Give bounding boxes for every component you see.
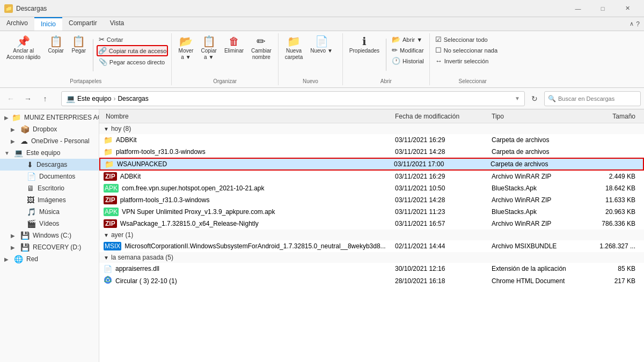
mover-button[interactable]: 📂 Movera ▼ (175, 34, 196, 62)
historial-button[interactable]: 🕐 Historial (390, 56, 426, 66)
invertir-seleccion-button[interactable]: ↔ Invertir selección (433, 56, 500, 66)
refresh-button[interactable]: ↻ (527, 91, 542, 106)
properties-icon: ℹ (362, 36, 367, 47)
table-row[interactable]: 📁 WSAUNPACKED 03/11/2021 17:00 Carpeta d… (99, 158, 644, 171)
pin-icon: 📌 (17, 36, 30, 47)
sidebar-item-red[interactable]: ▶ 🌐 Red (0, 253, 99, 265)
tab-compartir[interactable]: Compartir (62, 17, 104, 31)
cortar-button[interactable]: ✂ Cortar (97, 34, 169, 45)
file-date: 03/11/2021 16:29 (395, 173, 492, 180)
table-row[interactable]: ZIP ADBKit 03/11/2021 16:29 Archivo WinR… (99, 171, 644, 182)
table-row[interactable]: MSIX MicrosoftCorporationII.WindowsSubsy… (99, 240, 644, 252)
svg-point-2 (107, 279, 109, 282)
search-icon: 🔍 (548, 95, 556, 102)
tab-vista[interactable]: Vista (104, 17, 130, 31)
section-semana[interactable]: ▼ la semana pasada (5) (99, 252, 644, 263)
title-icon: 📁 (4, 4, 13, 13)
tab-inicio[interactable]: Inicio (34, 17, 62, 31)
sidebar-item-este-equipo[interactable]: ▼ 💻 Este equipo (0, 147, 99, 159)
up-button[interactable]: ↑ (38, 91, 53, 106)
edit-icon: ✏ (392, 46, 398, 54)
propiedades-button[interactable]: ℹ Propiedades (346, 34, 383, 55)
maximize-button[interactable]: □ (590, 0, 615, 17)
ribbon-help[interactable]: ? (636, 20, 640, 28)
file-date: 03/11/2021 14:28 (395, 148, 492, 156)
sidebar-item-dropbox[interactable]: ▶ 📦 Dropbox (0, 123, 99, 135)
sidebar-item-imagenes[interactable]: 🖼 Imágenes (0, 194, 99, 206)
file-date: 30/10/2021 12:16 (395, 265, 492, 272)
nueva-carpeta-button[interactable]: 📁 Nuevacarpeta (282, 34, 306, 62)
copiar-ruta-button[interactable]: 🔗 Copiar ruta de acceso (97, 45, 169, 56)
section-hoy[interactable]: ▼ hoy (8) (99, 123, 644, 134)
table-row[interactable]: 📁 platform-tools_r31.0.3-windows 03/11/2… (99, 146, 644, 158)
sidebar-item-musica[interactable]: 🎵 Música (0, 206, 99, 218)
tab-archivo[interactable]: Archivo (0, 17, 34, 31)
sidebar-item-windows-c[interactable]: ▶ 💾 Windows (C:) (0, 230, 99, 241)
abrir-button[interactable]: 📂 Abrir ▼ (390, 34, 426, 45)
no-seleccionar-button[interactable]: ☐ No seleccionar nada (433, 45, 500, 55)
close-button[interactable]: ✕ (615, 0, 640, 17)
file-name-vpn-super-apk: APK VPN Super Unlimited Proxy_v1.3.9_apk… (101, 208, 395, 216)
section-ayer-label: ayer (1) (111, 231, 133, 239)
sidebar-item-recovery-d[interactable]: ▶ 💾 RECOVERY (D:) (0, 241, 99, 253)
pegar-button[interactable]: 📋 Pegar (68, 34, 90, 55)
sidebar-item-onedrive[interactable]: ▶ ☁ OneDrive - Personal (0, 135, 99, 147)
title-controls: — □ ✕ (566, 0, 640, 17)
expand-icon-red: ▶ (4, 256, 11, 262)
pegar-acceso-button[interactable]: 📎 Pegar acceso directo (97, 57, 169, 67)
cambiar-nombre-button[interactable]: ✏ Cambiarnombre (248, 34, 275, 62)
file-label: MicrosoftCorporationII.WindowsSubsystemF… (125, 242, 385, 250)
seleccionar-todo-button[interactable]: ☑ Seleccionar todo (433, 34, 500, 45)
ribbon-collapse[interactable]: ∧ (630, 20, 634, 27)
col-size[interactable]: Tamaño (588, 113, 642, 120)
expand-icon-este-equipo: ▼ (4, 150, 11, 156)
file-size: 20.963 KB (588, 208, 642, 216)
sidebar-label-documentos: Documentos (39, 173, 75, 180)
sidebar-item-documentos[interactable]: 📄 Documentos (0, 171, 99, 182)
new-folder-icon: 📁 (287, 36, 301, 47)
address-path[interactable]: 💻 Este equipo › Descargas ▼ (61, 91, 525, 106)
open-icon: 📂 (392, 35, 400, 43)
sidebar-item-escritorio[interactable]: 🖥 Escritorio (0, 182, 99, 194)
chevron-semana: ▼ (104, 255, 109, 261)
table-row[interactable]: 📄 appraiserres.dll 30/10/2021 12:16 Exte… (99, 263, 644, 275)
table-row[interactable]: APK com.free.vpn.super.hotspot.open_2021… (99, 182, 644, 194)
expand-icon-onedrive: ▶ (11, 138, 17, 144)
file-size: 85 KB (588, 265, 642, 272)
col-name[interactable]: Nombre (101, 113, 395, 120)
organizar-label: Organizar (172, 78, 277, 84)
abrir-label: Abrir ▼ (402, 36, 422, 43)
modificar-label: Modificar (400, 47, 424, 54)
copiar-button[interactable]: 📋 Copiar (45, 34, 67, 55)
col-type[interactable]: Tipo (492, 113, 588, 120)
search-input[interactable] (558, 95, 637, 102)
sidebar-label-musica: Música (39, 208, 60, 216)
table-row[interactable]: APK VPN Super Unlimited Proxy_v1.3.9_apk… (99, 206, 644, 218)
modificar-button[interactable]: ✏ Modificar (390, 45, 426, 55)
forward-button[interactable]: → (20, 91, 35, 106)
move-icon: 📂 (179, 36, 193, 47)
nuevo-item-button[interactable]: 📄 Nuevo ▼ (307, 34, 336, 56)
file-name-wsaunpacked: 📁 WSAUNPACKED (103, 160, 394, 168)
search-box[interactable]: 🔍 (544, 91, 641, 106)
table-row[interactable]: Circular ( 3) 22-10 (1) 28/10/2021 16:18… (99, 275, 644, 287)
file-date: 28/10/2021 16:18 (395, 277, 492, 285)
copiar-a-button[interactable]: 📋 Copiara ▼ (197, 34, 219, 62)
sidebar-item-descargas[interactable]: ⬇ Descargas (0, 159, 99, 171)
table-row[interactable]: 📁 ADBKit 03/11/2021 16:29 Carpeta de arc… (99, 134, 644, 146)
eliminar-button[interactable]: 🗑 Eliminar (221, 34, 247, 55)
file-size: 11.633 KB (588, 196, 642, 204)
sidebar-label-este-equipo: Este equipo (26, 149, 60, 157)
table-row[interactable]: ZIP platform-tools_r31.0.3-windows 03/11… (99, 194, 644, 206)
sidebar-item-acceso-rapido[interactable]: ▶ 📁 MUNIZ ENTERPRISES AC... (0, 112, 99, 123)
section-ayer[interactable]: ▼ ayer (1) (99, 230, 644, 240)
minimize-button[interactable]: — (566, 0, 590, 17)
sidebar-item-videos[interactable]: 🎬 Vídeos (0, 218, 99, 230)
back-button[interactable]: ← (3, 91, 18, 106)
col-date[interactable]: Fecha de modificación (395, 113, 492, 120)
file-date: 03/11/2021 11:23 (395, 208, 492, 216)
anclar-button[interactable]: 📌 Anclar alAcceso rápido (3, 34, 43, 62)
ribbon-group-seleccionar: ☑ Seleccionar todo ☐ No seleccionar nada… (430, 33, 516, 85)
table-row[interactable]: ZIP WsaPackage_1.7.32815.0_x64_Release-N… (99, 218, 644, 230)
file-date: 03/11/2021 17:00 (394, 160, 491, 168)
